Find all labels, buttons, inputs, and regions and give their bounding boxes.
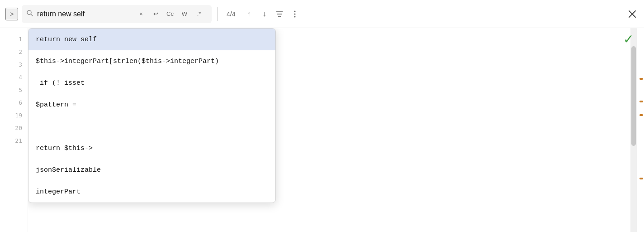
line-number: 6 [0,96,28,109]
replace-button[interactable]: ↩ [149,8,162,20]
line-number: 5 [0,83,28,96]
next-match-button[interactable]: ↓ [258,8,270,20]
search-bar-left: > × ↩ Cc W .* [5,5,212,23]
match-count: 4/4 [227,10,235,18]
collapse-button[interactable]: > [5,8,18,20]
search-icon [26,10,33,18]
svg-point-5 [294,10,296,12]
autocomplete-item[interactable]: jsonSerializable [28,159,275,181]
autocomplete-item[interactable]: $this->integerPart[strlen($this->integer… [28,50,275,72]
right-marker [639,101,643,102]
close-search-button[interactable] [626,8,639,20]
autocomplete-item[interactable]: return new self [28,29,275,50]
svg-point-7 [294,16,296,17]
autocomplete-item[interactable]: return $this-> [28,137,275,159]
nav-buttons: ↑ ↓ [242,8,301,20]
autocomplete-item-empty [28,116,275,137]
line-number: 3 [0,58,28,71]
search-bar: > × ↩ Cc W .* 4/4 ↑ ↓ [0,0,644,28]
more-options-button[interactable] [289,8,301,20]
svg-line-1 [31,14,33,16]
divider [217,7,218,21]
main-area: 1 2 3 4 5 6 19 20 21 return new self $th… [0,28,644,232]
clear-search-button[interactable]: × [135,8,147,20]
line-numbers-gutter: 1 2 3 4 5 6 19 20 21 [0,28,28,232]
line-number: 19 [0,109,28,121]
svg-point-6 [294,13,296,14]
line-number: 1 [0,33,28,45]
filter-button[interactable] [273,8,286,20]
line-number: 21 [0,134,28,147]
scrollbar-thumb[interactable] [631,46,636,146]
right-marker [639,178,643,179]
autocomplete-item[interactable]: if (! isset [28,72,275,94]
right-marker [639,78,643,80]
search-input-container: × ↩ Cc W .* [22,5,212,23]
code-area: return new self $this->integerPart[strle… [28,28,630,232]
line-number: 20 [0,121,28,134]
line-number: 2 [0,45,28,58]
regex-button[interactable]: .* [193,8,205,20]
prev-match-button[interactable]: ↑ [242,8,255,20]
scrollbar-track[interactable] [630,28,637,232]
right-gutter: ✓ [637,28,644,232]
search-actions: × ↩ Cc W .* [135,8,205,20]
whole-word-button[interactable]: W [178,8,191,20]
autocomplete-item[interactable]: integerPart [28,181,275,203]
line-number: 4 [0,71,28,83]
check-mark: ✓ [623,32,626,47]
right-marker [639,114,643,116]
case-sensitive-button[interactable]: Cc [164,8,176,20]
autocomplete-item[interactable]: $pattern = [28,94,275,116]
search-input[interactable] [37,10,128,18]
autocomplete-dropdown[interactable]: return new self $this->integerPart[strle… [28,28,276,203]
